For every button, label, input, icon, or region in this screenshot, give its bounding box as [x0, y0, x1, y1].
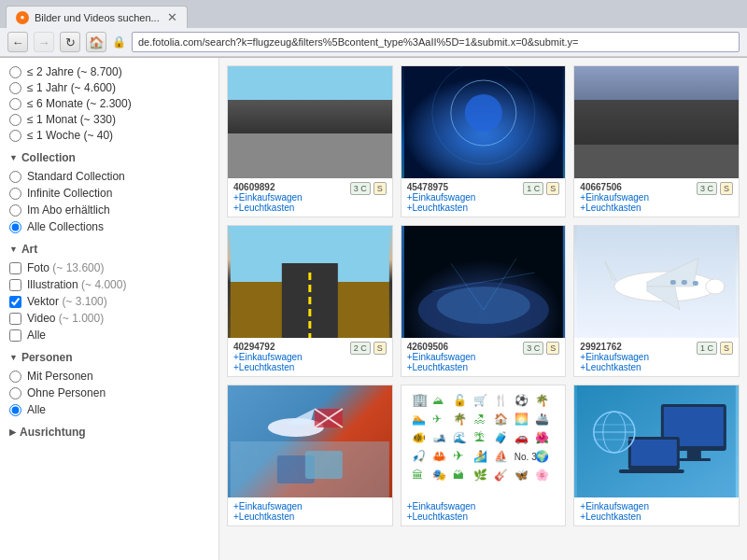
- image-thumb-3[interactable]: [228, 226, 392, 338]
- image-thumb-8[interactable]: [574, 385, 739, 497]
- action2-1[interactable]: +Leuchtkasten: [407, 203, 560, 213]
- date-radio-1[interactable]: [9, 82, 21, 94]
- image-badges-5: 1 C S: [697, 342, 733, 355]
- personen-radio-0[interactable]: [9, 371, 21, 383]
- image-info-5: 29921762 1 C S +Einkaufswagen +Leuchtkas…: [574, 338, 739, 376]
- svg-text:🏛: 🏛: [411, 469, 422, 482]
- browser-tab[interactable]: ● Bilder und Videos suchen... ✕: [6, 6, 188, 28]
- image-card-6: +Einkaufswagen +Leuchtkasten: [227, 385, 393, 526]
- date-item-0: ≤ 2 Jahre (~ 8.700): [9, 65, 209, 78]
- svg-rect-69: [687, 451, 701, 458]
- svg-text:🎭: 🎭: [431, 468, 445, 482]
- image-card-7: 🏢 ⛰ 🔓 🛒 🍴 ⚽ 🌴 🏊 ✈ 🌴 🏖 🏠 🌅: [401, 385, 567, 526]
- collection-radio-1[interactable]: [9, 188, 21, 200]
- action2-4[interactable]: +Leuchtkasten: [407, 362, 560, 372]
- action2-5[interactable]: +Leuchtkasten: [580, 362, 733, 372]
- image-thumb-0[interactable]: [228, 66, 392, 178]
- art-check-3[interactable]: [9, 313, 21, 325]
- action2-6[interactable]: +Leuchtkasten: [233, 511, 387, 522]
- svg-rect-22: [693, 281, 698, 286]
- image-thumb-2[interactable]: [574, 66, 739, 178]
- road-svg: [228, 226, 392, 338]
- personen-label-2: Alle: [27, 403, 46, 416]
- content-area: 40609892 3 C S +Einkaufswagen +Leuchtkas…: [219, 58, 747, 560]
- svg-rect-20: [670, 280, 676, 285]
- image-badges-2: 3 C S: [697, 182, 733, 195]
- collection-label-1: Infinite Collection: [27, 187, 112, 200]
- personen-label-0: Mit Personen: [27, 370, 93, 383]
- personen-section: Personen Mit Personen Ohne Personen Alle: [9, 351, 209, 416]
- svg-point-18: [706, 279, 725, 294]
- action2-3[interactable]: +Leuchtkasten: [233, 362, 387, 372]
- date-radio-2[interactable]: [9, 98, 21, 110]
- ausrichtung-title[interactable]: Ausrichtung: [9, 426, 209, 439]
- collection-radio-3[interactable]: [9, 221, 21, 233]
- collection-radio-0[interactable]: [9, 171, 21, 183]
- tech-svg: [574, 385, 739, 497]
- action2-0[interactable]: +Leuchtkasten: [233, 203, 387, 213]
- svg-rect-21: [682, 280, 687, 285]
- art-item-0: Foto (~ 13.600): [9, 261, 209, 274]
- date-radio-4[interactable]: [9, 130, 21, 142]
- action2-2[interactable]: +Leuchtkasten: [580, 203, 733, 213]
- art-check-1[interactable]: [9, 279, 21, 291]
- image-thumb-7[interactable]: 🏢 ⛰ 🔓 🛒 🍴 ⚽ 🌴 🏊 ✈ 🌴 🏖 🏠 🌅: [402, 385, 566, 497]
- image-info-4: 42609506 3 C S +Einkaufswagen +Leuchtkas…: [402, 338, 566, 376]
- image-id-4: 42609506: [407, 342, 449, 352]
- image-thumb-4[interactable]: [402, 226, 566, 338]
- art-item-2: Vektor (~ 3.100): [9, 295, 209, 308]
- forward-button[interactable]: →: [34, 32, 54, 52]
- art-check-4[interactable]: [9, 329, 21, 342]
- personen-radio-2[interactable]: [9, 404, 21, 416]
- svg-text:🏝: 🏝: [472, 431, 484, 444]
- image-thumb-1[interactable]: [402, 66, 566, 178]
- svg-rect-70: [678, 458, 711, 461]
- action2-8[interactable]: +Leuchtkasten: [580, 511, 733, 522]
- sidebar: ≤ 2 Jahre (~ 8.700) ≤ 1 Jahr (~ 4.600) ≤…: [0, 58, 219, 560]
- image-badges-4: 3 C S: [523, 342, 559, 355]
- art-label-0: Foto (~ 13.600): [27, 261, 104, 274]
- back-button[interactable]: ←: [7, 32, 28, 52]
- action1-6[interactable]: +Einkaufswagen: [233, 501, 387, 511]
- art-check-0[interactable]: [9, 262, 21, 274]
- personen-radio-1[interactable]: [9, 387, 21, 399]
- address-bar[interactable]: [132, 32, 740, 52]
- date-item-2: ≤ 6 Monate (~ 2.300): [9, 97, 209, 110]
- image-badges-1: 1 C S: [523, 182, 559, 195]
- badge-c-4: 3 C: [523, 342, 543, 355]
- svg-text:🏄: 🏄: [472, 449, 486, 463]
- image-thumb-6[interactable]: [228, 385, 392, 497]
- svg-text:✈: ✈: [452, 448, 463, 463]
- badge-s-3: S: [374, 342, 387, 355]
- badge-s-0: S: [374, 182, 387, 195]
- art-check-2[interactable]: [9, 296, 21, 308]
- collage-svg: [228, 385, 392, 497]
- svg-text:🌿: 🌿: [472, 468, 486, 482]
- badge-c-1: 1 C: [523, 182, 543, 195]
- badge-s-1: S: [546, 182, 559, 195]
- art-label-4: Alle: [27, 329, 46, 342]
- svg-text:⚽: ⚽: [514, 393, 528, 407]
- badge-s-2: S: [720, 182, 733, 195]
- image-id-2: 40667506: [580, 182, 622, 192]
- date-label-4: ≤ 1 Woche (~ 40): [27, 129, 113, 142]
- home-button[interactable]: 🏠: [86, 32, 106, 52]
- collection-radio-2[interactable]: [9, 204, 21, 217]
- collection-item-0: Standard Collection: [9, 170, 209, 183]
- svg-text:🛒: 🛒: [472, 393, 486, 407]
- action1-8[interactable]: +Einkaufswagen: [580, 501, 733, 511]
- action2-7[interactable]: +Leuchtkasten: [407, 511, 560, 522]
- image-thumb-5[interactable]: [574, 226, 739, 338]
- date-radio-0[interactable]: [9, 66, 21, 78]
- tab-close-button[interactable]: ✕: [167, 10, 177, 24]
- date-label-1: ≤ 1 Jahr (~ 4.600): [27, 81, 116, 94]
- reload-button[interactable]: ↻: [60, 32, 80, 52]
- image-id-1: 45478975: [407, 182, 449, 192]
- badge-c-5: 1 C: [697, 342, 717, 355]
- svg-text:🌴: 🌴: [452, 412, 466, 426]
- svg-point-10: [436, 287, 529, 324]
- date-radio-3[interactable]: [9, 114, 21, 126]
- badge-c-3: 2 C: [350, 342, 371, 355]
- action1-7[interactable]: +Einkaufswagen: [407, 501, 560, 511]
- personen-item-1: Ohne Personen: [9, 386, 209, 399]
